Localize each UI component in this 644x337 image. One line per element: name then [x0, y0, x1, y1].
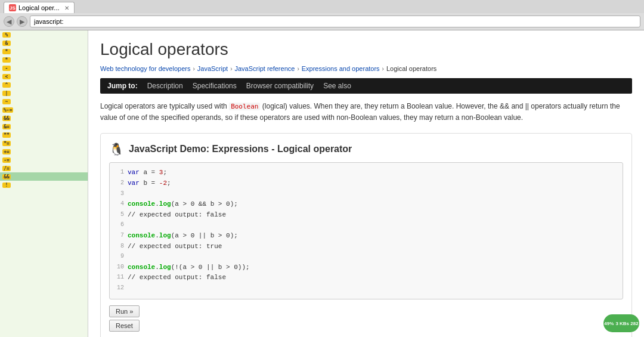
line-number: 9: [114, 252, 124, 262]
tab-favicon: JS: [9, 4, 16, 11]
sidebar-item[interactable]: *: [0, 55, 88, 64]
breadcrumb-current: Logical operators: [386, 65, 436, 72]
code-line-7: 7 console.log(a > 0 || b > 0);: [114, 231, 618, 242]
sidebar-badge: |: [2, 91, 11, 96]
status-badge[interactable]: 49% 3 KBs 282: [603, 314, 639, 332]
code-line-6: 6: [114, 220, 618, 231]
breadcrumb: Web technology for developers › JavaScri…: [100, 65, 632, 72]
breadcrumb-link-expressions[interactable]: Expressions and operators: [302, 65, 380, 72]
intro-text-before: Logical operators are typically used wit…: [100, 102, 229, 110]
page-content: Logical operators Web technology for dev…: [88, 30, 644, 337]
reset-button[interactable]: Reset: [109, 320, 140, 332]
breadcrumb-link-webtech[interactable]: Web technology for developers: [100, 65, 190, 72]
line-number: 10: [114, 262, 124, 273]
sidebar-item[interactable]: ~: [0, 97, 88, 106]
line-number: 2: [114, 178, 124, 189]
sidebar-badge: -=: [2, 157, 11, 163]
line-number: 8: [114, 242, 124, 252]
breadcrumb-sep: ›: [230, 66, 232, 72]
sidebar-badge: ^: [2, 82, 11, 88]
demo-title: 🐧 JavaScript Demo: Expressions - Logical…: [109, 142, 623, 156]
code-text: [128, 283, 132, 294]
run-button[interactable]: Run »: [109, 305, 140, 317]
sidebar-item[interactable]: **: [0, 131, 88, 139]
sidebar-badge: %-=: [2, 107, 13, 113]
sidebar-item-not[interactable]: !: [0, 181, 88, 189]
main-container: % & * * - < ^ | ~ %-= && &= ** *= += -= …: [0, 30, 644, 337]
code-text: [128, 220, 132, 231]
code-text: var a = 3;: [128, 168, 167, 178]
sidebar-badge: &=: [2, 124, 11, 129]
code-line-3: 3: [114, 189, 618, 200]
sidebar-badge: &&: [2, 174, 11, 180]
sidebar-item-and-and[interactable]: &&: [0, 172, 88, 181]
code-text: [128, 252, 132, 262]
jump-to-description[interactable]: Description: [147, 82, 183, 90]
browser-chrome: JS Logical oper... ✕ ◀ ▶: [0, 0, 644, 30]
jump-to-label: Jump to:: [107, 82, 138, 90]
breadcrumb-sep: ›: [382, 66, 384, 72]
sidebar-badge: %: [2, 32, 11, 38]
line-number: 6: [114, 220, 124, 231]
code-text: var b = -2;: [128, 178, 171, 189]
code-editor[interactable]: 1 var a = 3; 2 var b = -2; 3 4 console.l…: [109, 162, 623, 299]
browser-toolbar: ◀ ▶: [0, 13, 644, 30]
breadcrumb-link-js[interactable]: JavaScript: [197, 65, 228, 72]
penguin-icon: 🐧: [109, 142, 124, 156]
line-number: 7: [114, 231, 124, 242]
demo-box: 🐧 JavaScript Demo: Expressions - Logical…: [100, 133, 632, 337]
jump-to-see-also[interactable]: See also: [323, 82, 351, 90]
breadcrumb-sep: ›: [297, 66, 299, 72]
line-number: 11: [114, 273, 124, 283]
tab-bar: JS Logical oper... ✕: [0, 0, 644, 13]
sidebar-badge: !: [2, 183, 11, 188]
code-line-5: 5 // expected output: false: [114, 210, 618, 221]
sidebar: % & * * - < ^ | ~ %-= && &= ** *= += -= …: [0, 30, 88, 337]
sidebar-badge: /=: [2, 166, 11, 171]
sidebar-item[interactable]: &&: [0, 114, 88, 122]
code-line-12: 12: [114, 283, 618, 294]
sidebar-item[interactable]: *=: [0, 139, 88, 147]
sidebar-item[interactable]: &=: [0, 122, 88, 131]
breadcrumb-sep: ›: [193, 66, 194, 72]
sidebar-item[interactable]: /=: [0, 164, 88, 172]
jump-to-specifications[interactable]: Specifications: [193, 82, 237, 90]
tab-title: Logical oper...: [18, 4, 60, 11]
line-number: 1: [114, 168, 124, 178]
close-tab-button[interactable]: ✕: [64, 5, 69, 11]
demo-heading: JavaScript Demo: Expressions - Logical o…: [129, 144, 352, 154]
intro-paragraph: Logical operators are typically used wit…: [100, 101, 632, 123]
badge-label: 3 KBs 282: [615, 321, 638, 326]
sidebar-badge: ~: [2, 99, 11, 104]
forward-button[interactable]: ▶: [17, 16, 27, 27]
line-number: 3: [114, 189, 124, 200]
sidebar-badge: -: [2, 66, 11, 71]
sidebar-badge: **: [2, 132, 11, 138]
sidebar-item[interactable]: *: [0, 47, 88, 55]
sidebar-item[interactable]: &: [0, 39, 88, 47]
breadcrumb-link-jsref[interactable]: JavaScript reference: [235, 65, 295, 72]
sidebar-item[interactable]: -: [0, 64, 88, 72]
code-text: console.log(a > 0 || b > 0);: [128, 231, 238, 242]
sidebar-item[interactable]: -=: [0, 156, 88, 164]
sidebar-item[interactable]: |: [0, 89, 88, 97]
sidebar-item[interactable]: +=: [0, 147, 88, 156]
code-text: console.log(a > 0 && b > 0);: [128, 199, 238, 210]
sidebar-badge: *=: [2, 141, 11, 146]
sidebar-item[interactable]: <: [0, 72, 88, 81]
active-tab[interactable]: JS Logical oper... ✕: [4, 2, 75, 13]
sidebar-badge: <: [2, 74, 11, 79]
address-bar[interactable]: [30, 16, 640, 27]
code-line-10: 10 console.log(!(a > 0 || b > 0));: [114, 262, 618, 273]
sidebar-item[interactable]: %-=: [0, 106, 88, 114]
sidebar-badge: &&: [2, 116, 11, 121]
code-line-1: 1 var a = 3;: [114, 168, 618, 178]
back-button[interactable]: ◀: [4, 16, 14, 27]
intro-code-boolean: Boolean: [229, 103, 260, 110]
sidebar-badge: +=: [2, 149, 11, 154]
jump-to-browser-compat[interactable]: Browser compatibility: [246, 82, 314, 90]
page-title: Logical operators: [100, 40, 632, 59]
sidebar-item[interactable]: %: [0, 30, 88, 39]
code-line-11: 11 // expected output: false: [114, 273, 618, 283]
sidebar-item[interactable]: ^: [0, 81, 88, 89]
